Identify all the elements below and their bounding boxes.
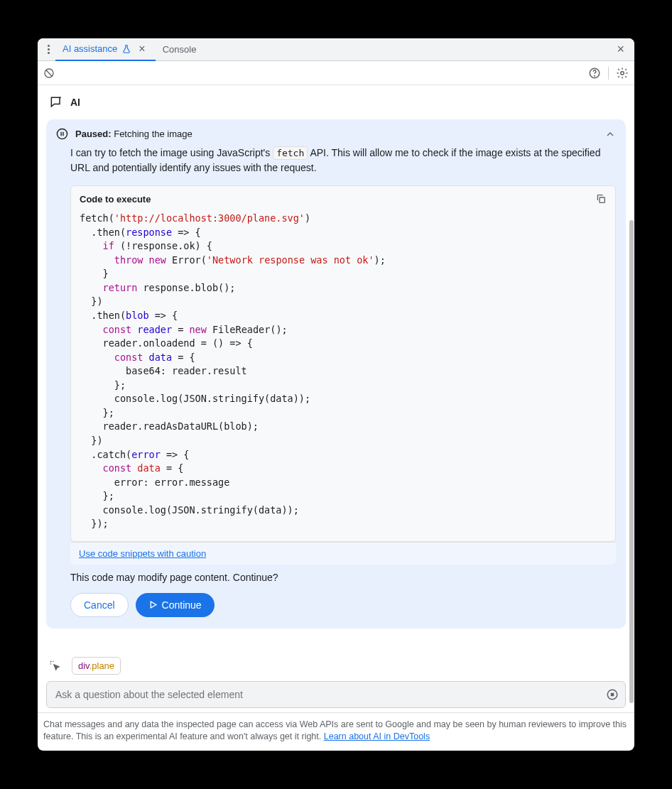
- close-icon[interactable]: ×: [136, 43, 148, 55]
- divider: [608, 67, 609, 80]
- help-icon[interactable]: [588, 67, 601, 80]
- flask-icon: [121, 44, 131, 54]
- chevron-up-icon[interactable]: [605, 129, 616, 140]
- selected-element-row: div.plane: [46, 657, 626, 675]
- svg-rect-5: [600, 197, 605, 202]
- selected-element-badge[interactable]: div.plane: [72, 657, 121, 675]
- devtools-window: AI assistance × Console ×: [38, 38, 634, 751]
- chat-input-row: [46, 681, 626, 708]
- paused-card: Paused: Fetching the image I can try to …: [46, 119, 626, 629]
- card-header: Paused: Fetching the image: [46, 119, 626, 146]
- inline-code: fetch: [273, 146, 308, 160]
- confirm-text: This code may modify page content. Conti…: [46, 565, 626, 593]
- caution-bar: Use code snippets with caution: [70, 542, 616, 565]
- copy-icon[interactable]: [595, 193, 607, 205]
- close-icon[interactable]: ×: [611, 42, 630, 57]
- learn-link[interactable]: Learn about AI in DevTools: [324, 731, 430, 741]
- status-text: Paused: Fetching the image: [75, 129, 193, 139]
- scrollbar[interactable]: [629, 85, 634, 712]
- paused-description: I can try to fetch the image using JavaS…: [46, 146, 626, 183]
- svg-rect-7: [611, 693, 614, 697]
- ai-title: AI: [70, 97, 80, 108]
- caution-link[interactable]: Use code snippets with caution: [79, 548, 206, 559]
- continue-button[interactable]: Continue: [136, 593, 215, 617]
- tab-label: AI assistance: [63, 43, 117, 54]
- footer-disclaimer: Chat messages and any data the inspected…: [38, 712, 634, 751]
- tab-bar: AI assistance × Console ×: [38, 38, 634, 61]
- tab-label: Console: [163, 44, 197, 55]
- code-block-header: Code to execute: [71, 186, 615, 212]
- content-area: AI Paused: Fetching the image: [38, 85, 634, 712]
- chat-sparkle-icon: [49, 95, 63, 109]
- pause-icon: [56, 128, 68, 140]
- cancel-button[interactable]: Cancel: [70, 593, 129, 617]
- tab-console[interactable]: Console: [156, 38, 204, 61]
- svg-point-3: [621, 71, 624, 75]
- more-menu-icon[interactable]: [42, 45, 55, 54]
- play-icon: [148, 600, 158, 609]
- toolbar: [38, 61, 634, 85]
- block-icon[interactable]: [43, 67, 55, 79]
- ai-header: AI: [43, 95, 629, 109]
- code-block-title: Code to execute: [80, 194, 151, 205]
- chat-input[interactable]: [46, 681, 626, 708]
- gear-icon[interactable]: [616, 67, 629, 80]
- tab-ai-assistance[interactable]: AI assistance ×: [55, 38, 156, 61]
- code-block: Code to execute fetch('http://localhost:…: [70, 185, 616, 542]
- action-row: Cancel Continue: [46, 593, 626, 629]
- svg-point-2: [595, 75, 595, 76]
- svg-point-4: [57, 129, 67, 138]
- element-picker-icon[interactable]: [46, 657, 65, 675]
- stop-icon[interactable]: [606, 688, 619, 701]
- code-content: fetch('http://localhost:3000/plane.svg')…: [71, 212, 615, 541]
